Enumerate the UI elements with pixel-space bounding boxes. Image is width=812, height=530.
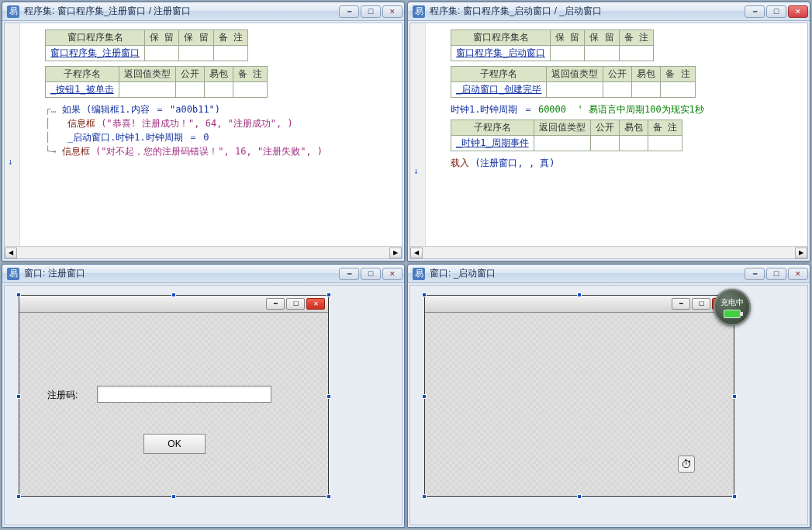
cell-sub-value[interactable]: _按钮1_被单击: [46, 82, 119, 98]
titlebar[interactable]: 易 窗口: _启动窗口 ━ ☐ ✕: [408, 265, 810, 283]
maximize-button[interactable]: ☐: [361, 268, 381, 280]
col-set-name: 窗口程序集名: [46, 30, 145, 46]
window-title: 程序集: 窗口程序集_注册窗口 / 注册窗口: [24, 5, 339, 18]
assembly-table[interactable]: 窗口程序集名 保 留 保 留 备 注 窗口程序集_启动窗口: [451, 29, 654, 61]
cell-empty[interactable]: [648, 136, 682, 151]
close-button[interactable]: ✕: [382, 5, 403, 18]
cell-empty[interactable]: [632, 82, 661, 98]
window-title: 窗口: _启动窗口: [430, 267, 745, 280]
scroll-left-icon[interactable]: ◀: [410, 248, 423, 258]
form-titlebar: ━ ☐ ✕: [19, 296, 328, 313]
col-remark: 备 注: [233, 67, 267, 82]
hscrollbar[interactable]: ◀▶: [410, 246, 807, 258]
col-remark: 备 注: [213, 30, 247, 46]
cell-set-value[interactable]: 窗口程序集_启动窗口: [451, 46, 551, 61]
design-surface[interactable]: ━ ☐ ✕ ⏱: [409, 285, 808, 525]
cell-empty[interactable]: [551, 46, 585, 61]
cell-empty[interactable]: [603, 82, 632, 98]
cell-empty[interactable]: [585, 46, 619, 61]
scroll-right-icon[interactable]: ▶: [389, 248, 402, 258]
titlebar[interactable]: 易 窗口: 注册窗口 ━ ☐ ✕: [2, 265, 404, 283]
close-button[interactable]: ✕: [788, 5, 808, 18]
battery-label: 充电中: [720, 297, 744, 308]
form-body: 注册码: OK: [19, 313, 328, 496]
close-button[interactable]: ✕: [382, 268, 403, 280]
col-public: 公开: [603, 67, 632, 82]
cell-sub2-value[interactable]: _时钟1_周期事件: [451, 136, 534, 151]
cell-empty[interactable]: [619, 136, 648, 151]
minimize-button[interactable]: ━: [745, 5, 765, 18]
code-line[interactable]: │ _启动窗口.时钟1.时钟周期 ＝ 0: [45, 130, 396, 144]
resize-handle-n[interactable]: [171, 293, 176, 297]
cell-empty[interactable]: [175, 82, 204, 98]
maximize-button[interactable]: ☐: [361, 5, 381, 18]
col-reserve1: 保 留: [145, 30, 179, 46]
col-ret-type: 返回值类型: [534, 120, 590, 136]
close-button[interactable]: ✕: [788, 268, 808, 280]
app-icon: 易: [7, 5, 19, 18]
code-area[interactable]: ↓ 窗口程序集名 保 留 保 留 备 注 窗口程序集_启动窗口 子程: [410, 23, 807, 246]
subroutine-table-2[interactable]: 子程序名 返回值类型 公开 易包 备 注 _时钟1_周期事件: [451, 120, 682, 151]
cell-empty[interactable]: [661, 82, 695, 98]
cell-empty[interactable]: [204, 82, 233, 98]
col-remark: 备 注: [619, 30, 653, 46]
gutter-arrow-icon: ↓: [8, 157, 13, 167]
col-set-name: 窗口程序集名: [451, 30, 551, 46]
col-ret-type: 返回值类型: [119, 67, 175, 82]
form-minimize-icon: ━: [266, 298, 285, 310]
cell-sub-value[interactable]: _启动窗口_创建完毕: [451, 82, 547, 98]
hscrollbar[interactable]: ◀▶: [5, 246, 402, 258]
code-token-args: ("恭喜! 注册成功！", 64, "注册成功", ): [95, 118, 293, 129]
minimize-button[interactable]: ━: [339, 5, 359, 18]
titlebar[interactable]: 易 程序集: 窗口程序集_注册窗口 / 注册窗口 ━ ☐ ✕: [2, 2, 404, 21]
code-line[interactable]: │ 信息框 ("恭喜! 注册成功！", 64, "注册成功", ): [45, 116, 396, 130]
code-line[interactable]: ┌… 如果 (编辑框1.内容 ＝ "a00b11"): [45, 102, 396, 116]
scroll-right-icon[interactable]: ▶: [795, 248, 807, 258]
cell-empty[interactable]: [119, 82, 175, 98]
subroutine-table[interactable]: 子程序名 返回值类型 公开 易包 备 注 _启动窗口_创建完毕: [451, 66, 696, 98]
cell-empty[interactable]: [179, 46, 213, 61]
battery-icon: [724, 310, 741, 318]
window-title: 程序集: 窗口程序集_启动窗口 / _启动窗口: [430, 5, 745, 18]
code-token-if: 如果 (编辑框1.内容 ＝ "a00b11"): [62, 104, 220, 115]
resize-handle-nw[interactable]: [16, 293, 21, 297]
code-line[interactable]: 时钟1.时钟周期 ＝ 60000 ' 易语言中周期100为现实1秒: [451, 102, 801, 116]
input-regcode[interactable]: [97, 386, 271, 403]
cell-empty[interactable]: [534, 136, 590, 151]
maximize-button[interactable]: ☐: [766, 268, 786, 280]
subroutine-table[interactable]: 子程序名 返回值类型 公开 易包 备 注 _按钮1_被单击: [45, 66, 268, 98]
app-icon: 易: [413, 5, 425, 18]
cell-empty[interactable]: [233, 82, 267, 98]
code-token-comment: ' 易语言中周期100为现实1秒: [566, 104, 704, 115]
code-area[interactable]: ↓ 窗口程序集名 保 留 保 留 备 注 窗口程序集_注册窗口 子程: [5, 23, 402, 246]
scroll-left-icon[interactable]: ◀: [5, 248, 17, 258]
form-maximize-icon: ☐: [286, 298, 305, 310]
label-regcode: 注册码:: [47, 389, 78, 402]
app-icon: 易: [413, 268, 425, 280]
button-ok[interactable]: OK: [143, 434, 206, 454]
cell-empty[interactable]: [145, 46, 179, 61]
cell-empty[interactable]: [213, 46, 247, 61]
cell-empty[interactable]: [547, 82, 603, 98]
window-controls: ━ ☐ ✕: [339, 5, 403, 18]
battery-widget[interactable]: 充电中: [714, 289, 751, 326]
col-reserve1: 保 留: [551, 30, 585, 46]
resize-handle-nw[interactable]: [422, 293, 427, 297]
minimize-button[interactable]: ━: [339, 268, 359, 280]
cell-empty[interactable]: [619, 46, 653, 61]
assembly-table[interactable]: 窗口程序集名 保 留 保 留 备 注 窗口程序集_注册窗口: [45, 29, 248, 61]
timer-icon[interactable]: ⏱: [678, 456, 695, 473]
resize-handle-ne[interactable]: [327, 293, 331, 297]
design-surface[interactable]: ━ ☐ ✕ 注册码: OK: [4, 285, 403, 525]
minimize-button[interactable]: ━: [745, 268, 765, 280]
code-line[interactable]: 载入 (注册窗口, , 真): [451, 156, 801, 170]
form-register[interactable]: ━ ☐ ✕ 注册码: OK: [19, 295, 329, 497]
titlebar[interactable]: 易 程序集: 窗口程序集_启动窗口 / _启动窗口 ━ ☐ ✕: [408, 2, 810, 21]
form-startup[interactable]: ━ ☐ ✕ ⏱: [424, 295, 734, 497]
cell-set-value[interactable]: 窗口程序集_注册窗口: [46, 46, 145, 61]
code-window-register: 易 程序集: 窗口程序集_注册窗口 / 注册窗口 ━ ☐ ✕ ↓ 窗口程序集名 …: [2, 2, 405, 262]
code-line[interactable]: └→ 信息框 ("对不起，您的注册码错误！", 16, "注册失败", ): [45, 144, 396, 158]
resize-handle-n[interactable]: [577, 293, 582, 297]
cell-empty[interactable]: [590, 136, 619, 151]
maximize-button[interactable]: ☐: [766, 5, 786, 18]
